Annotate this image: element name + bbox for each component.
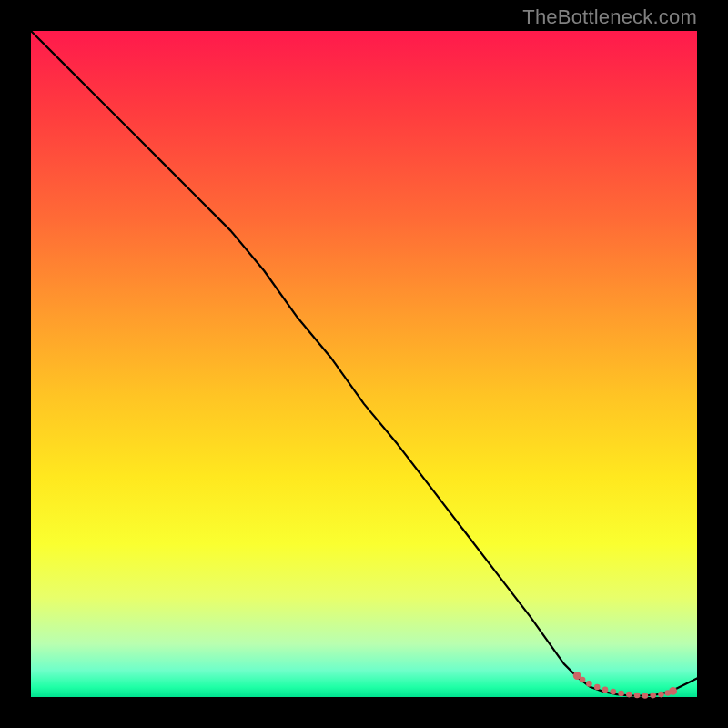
- trough-dot: [618, 691, 624, 697]
- gradient-plot-area: [31, 31, 697, 697]
- trough-dot: [642, 693, 649, 699]
- trough-dot: [634, 693, 641, 699]
- trough-dot: [626, 692, 632, 698]
- trough-dot: [580, 677, 586, 683]
- trough-dot: [586, 681, 592, 687]
- bottleneck-curve: [31, 31, 697, 696]
- trough-dot: [669, 687, 677, 695]
- trough-dot: [650, 693, 656, 699]
- trough-dot: [602, 687, 609, 693]
- curve-layer: [31, 31, 697, 697]
- chart-stage: TheBottleneck.com: [0, 0, 728, 728]
- trough-dot: [594, 684, 601, 691]
- watermark-text: TheBottleneck.com: [522, 5, 697, 29]
- trough-dot: [611, 689, 617, 695]
- trough-dot: [658, 692, 664, 698]
